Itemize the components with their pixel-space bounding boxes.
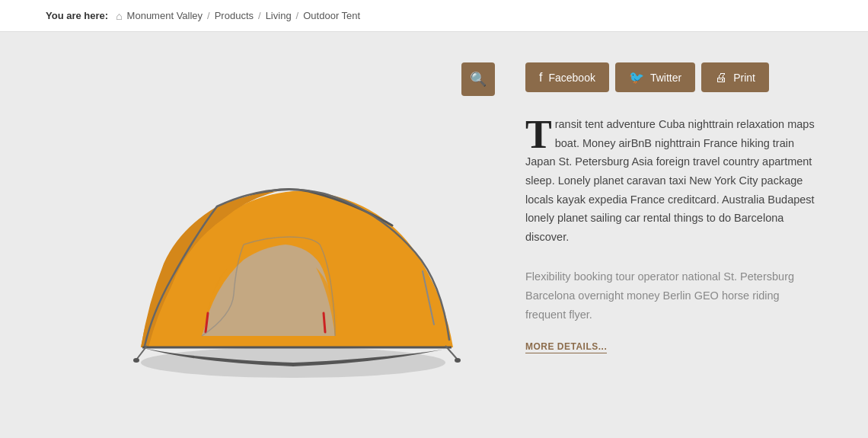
facebook-button[interactable]: f Facebook <box>525 62 609 92</box>
you-are-here-label: You are here: <box>46 10 108 21</box>
description-body: ransit tent adventure Cuba nighttrain re… <box>525 118 815 243</box>
social-buttons: f Facebook 🐦 Twitter 🖨 Print <box>525 62 822 92</box>
main-content: 🔍 <box>0 32 868 438</box>
breadcrumb-home-link[interactable]: Monument Valley <box>127 10 203 21</box>
twitter-button[interactable]: 🐦 Twitter <box>615 62 695 92</box>
breadcrumb-sep-3: / <box>296 10 299 21</box>
breadcrumb-sep-2: / <box>258 10 261 21</box>
zoom-icon: 🔍 <box>470 71 487 88</box>
print-button[interactable]: 🖨 Print <box>701 62 769 92</box>
svg-line-2 <box>324 313 325 332</box>
breadcrumb-living-link[interactable]: Living <box>266 10 292 21</box>
breadcrumb-sep-1: / <box>207 10 210 21</box>
breadcrumb-bar: You are here: ⌂ Monument Valley / Produc… <box>0 0 868 32</box>
twitter-label: Twitter <box>650 72 681 84</box>
home-icon: ⌂ <box>116 10 122 22</box>
description-text: Transit tent adventure Cuba nighttrain r… <box>525 115 822 246</box>
content-section: f Facebook 🐦 Twitter 🖨 Print Transit ten… <box>503 62 822 408</box>
facebook-label: Facebook <box>548 72 595 84</box>
print-icon: 🖨 <box>715 71 727 85</box>
breadcrumb-products-link[interactable]: Products <box>215 10 254 21</box>
tent-image-container <box>84 104 503 393</box>
print-label: Print <box>733 72 755 84</box>
tent-image <box>95 111 491 385</box>
drop-cap: T <box>525 120 552 149</box>
secondary-text: Flexibility booking tour operator nation… <box>525 267 822 324</box>
svg-point-8 <box>133 358 139 363</box>
image-section: 🔍 <box>46 62 503 408</box>
zoom-button[interactable]: 🔍 <box>461 62 495 96</box>
breadcrumb-current: Outdoor Tent <box>303 10 360 21</box>
svg-line-7 <box>137 346 147 359</box>
facebook-icon: f <box>539 71 542 85</box>
svg-point-6 <box>455 358 461 363</box>
twitter-icon: 🐦 <box>629 70 644 85</box>
more-details-link[interactable]: MORE DETAILS... <box>525 341 607 353</box>
